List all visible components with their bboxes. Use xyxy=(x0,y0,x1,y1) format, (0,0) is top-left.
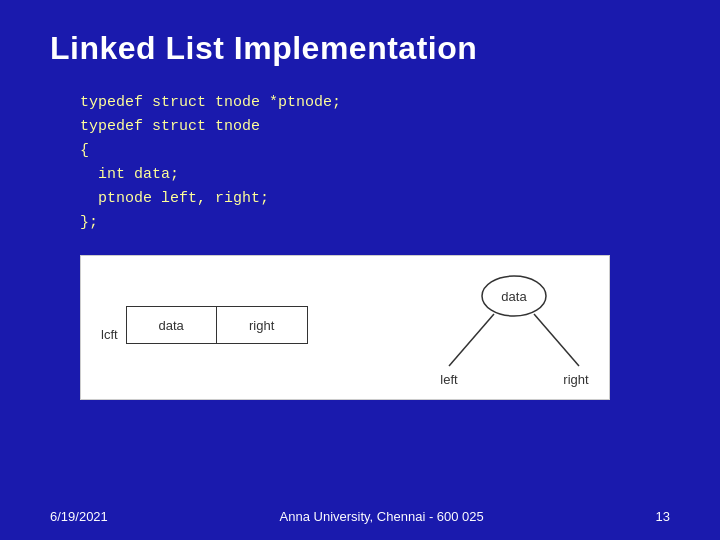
svg-text:right: right xyxy=(563,372,589,387)
code-line-5: ptnode left, right; xyxy=(80,187,670,211)
svg-text:left: left xyxy=(440,372,458,387)
svg-text:data: data xyxy=(501,289,527,304)
code-line-2: typedef struct tnode xyxy=(80,115,670,139)
tree-svg: data left right xyxy=(414,266,594,396)
svg-line-2 xyxy=(449,314,494,366)
diagram-table: lcft data right xyxy=(101,306,308,344)
footer-page: 13 xyxy=(656,509,670,524)
table-cell-right: right xyxy=(217,307,307,343)
footer-date: 6/19/2021 xyxy=(50,509,108,524)
footer-university: Anna University, Chennai - 600 025 xyxy=(280,509,484,524)
footer: 6/19/2021 Anna University, Chennai - 600… xyxy=(0,509,720,524)
slide-container: Linked List Implementation typedef struc… xyxy=(0,0,720,540)
code-line-6: }; xyxy=(80,211,670,235)
code-line-3: { xyxy=(80,139,670,163)
slide-title: Linked List Implementation xyxy=(50,30,670,67)
diagram-container: lcft data right data left right xyxy=(80,255,610,400)
diagram-tree-wrapper: data left right xyxy=(414,266,594,386)
code-block: typedef struct tnode *ptnode; typedef st… xyxy=(80,91,670,235)
svg-line-3 xyxy=(534,314,579,366)
code-line-1: typedef struct tnode *ptnode; xyxy=(80,91,670,115)
table-cells: data right xyxy=(126,306,308,344)
table-cell-data: data xyxy=(127,307,217,343)
code-line-4: int data; xyxy=(80,163,670,187)
table-label: lcft xyxy=(101,306,118,344)
